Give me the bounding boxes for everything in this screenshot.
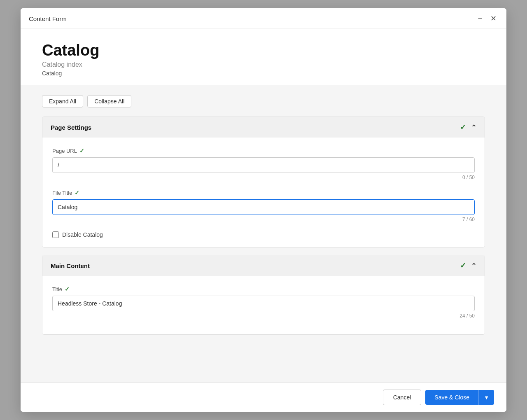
page-settings-actions: ✓ ⌃ xyxy=(460,123,476,132)
modal-footer: Cancel Save & Close ▼ xyxy=(21,383,506,412)
modal-titlebar: Content Form − ✕ xyxy=(21,8,506,28)
file-title-check-icon: ✓ xyxy=(75,189,79,196)
save-close-button[interactable]: Save & Close xyxy=(425,390,478,405)
modal-dialog: Content Form − ✕ Catalog Catalog index C… xyxy=(21,8,506,412)
main-content-actions: ✓ ⌃ xyxy=(460,261,476,270)
save-dropdown-icon: ▼ xyxy=(484,394,489,401)
page-url-input[interactable] xyxy=(52,157,475,173)
title-label: Title ✓ xyxy=(52,286,475,292)
main-content-body: Title ✓ 24 / 50 xyxy=(42,276,485,334)
page-settings-section: Page Settings ✓ ⌃ Page URL ✓ 0 / 5 xyxy=(42,117,485,247)
disable-catalog-field: Disable Catalog xyxy=(52,231,475,238)
toolbar: Expand All Collapse All xyxy=(42,95,485,107)
collapse-all-button[interactable]: Collapse All xyxy=(87,95,131,107)
minimize-icon: − xyxy=(478,15,482,22)
page-url-label: Page URL ✓ xyxy=(52,147,475,154)
page-title: Catalog xyxy=(42,42,485,59)
minimize-button[interactable]: − xyxy=(476,14,484,23)
disable-catalog-label: Disable Catalog xyxy=(62,231,103,238)
page-settings-check-icon: ✓ xyxy=(460,123,466,132)
close-icon: ✕ xyxy=(490,15,497,22)
main-content-header[interactable]: Main Content ✓ ⌃ xyxy=(42,255,485,276)
page-url-field: Page URL ✓ 0 / 50 xyxy=(52,147,475,180)
breadcrumb: Catalog xyxy=(42,70,485,77)
modal-body: Expand All Collapse All Page Settings ✓ … xyxy=(21,85,506,383)
title-counter: 24 / 50 xyxy=(52,313,475,319)
title-check-icon: ✓ xyxy=(65,286,70,292)
file-title-field: File Title ✓ 7 / 60 xyxy=(52,189,475,222)
page-settings-chevron-icon[interactable]: ⌃ xyxy=(471,124,476,131)
main-content-check-icon: ✓ xyxy=(460,261,466,270)
page-subtitle: Catalog index xyxy=(42,61,485,68)
titlebar-actions: − ✕ xyxy=(476,14,498,23)
disable-catalog-checkbox[interactable] xyxy=(52,231,59,238)
page-url-check-icon: ✓ xyxy=(79,147,84,154)
save-dropdown-button[interactable]: ▼ xyxy=(478,390,494,405)
modal-title: Content Form xyxy=(29,15,67,22)
save-button-group: Save & Close ▼ xyxy=(425,390,494,405)
page-settings-title: Page Settings xyxy=(51,124,91,131)
file-title-counter: 7 / 60 xyxy=(52,217,475,222)
page-url-counter: 0 / 50 xyxy=(52,175,475,180)
title-field: Title ✓ 24 / 50 xyxy=(52,286,475,319)
main-content-section: Main Content ✓ ⌃ Title ✓ 24 / 50 xyxy=(42,255,485,335)
modal-overlay: Content Form − ✕ Catalog Catalog index C… xyxy=(0,0,527,420)
page-settings-body: Page URL ✓ 0 / 50 File Title ✓ 7 / xyxy=(42,138,485,247)
main-content-title: Main Content xyxy=(51,262,90,269)
expand-all-button[interactable]: Expand All xyxy=(42,95,83,107)
file-title-input[interactable] xyxy=(52,199,475,215)
modal-header: Catalog Catalog index Catalog xyxy=(21,28,506,85)
cancel-button[interactable]: Cancel xyxy=(383,390,422,405)
title-input[interactable] xyxy=(52,296,475,311)
main-content-chevron-icon[interactable]: ⌃ xyxy=(471,262,476,270)
close-button[interactable]: ✕ xyxy=(489,14,498,23)
page-settings-header[interactable]: Page Settings ✓ ⌃ xyxy=(42,117,485,138)
file-title-label: File Title ✓ xyxy=(52,189,475,196)
